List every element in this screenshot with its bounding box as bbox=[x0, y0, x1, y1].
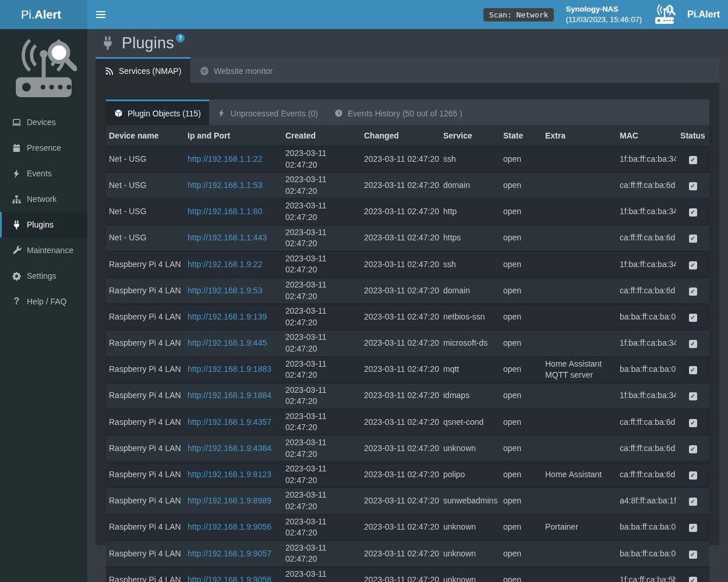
ip-port-link[interactable]: http://192.168.1.9:8123 bbox=[188, 470, 271, 479]
cell-device-name: Raspberry Pi 4 LAN bbox=[106, 435, 185, 462]
cell-ip-port: http://192.168.1.9:9057 bbox=[185, 541, 282, 567]
globe-icon bbox=[200, 66, 209, 76]
check-icon: ✓ bbox=[690, 288, 695, 296]
col-header-status[interactable]: Status bbox=[676, 125, 709, 146]
ip-port-link[interactable]: http://192.168.1.1:443 bbox=[188, 233, 267, 242]
status-checkbox[interactable]: ✓ bbox=[689, 314, 697, 322]
status-checkbox[interactable]: ✓ bbox=[689, 577, 697, 582]
ip-port-link[interactable]: http://192.168.1.9:9057 bbox=[188, 549, 271, 558]
status-checkbox[interactable]: ✓ bbox=[689, 498, 697, 506]
status-checkbox[interactable]: ✓ bbox=[689, 288, 697, 296]
cell-device-name: Raspberry Pi 4 LAN bbox=[106, 383, 185, 409]
status-checkbox[interactable]: ✓ bbox=[689, 445, 697, 453]
cell-ip-port: http://192.168.1.1:80 bbox=[185, 198, 282, 225]
cell-created: 2023-03-11 02:47:20 bbox=[282, 225, 361, 251]
cell-status: ✓ bbox=[676, 514, 709, 541]
sidebar-item-help[interactable]: ?Help / FAQ bbox=[0, 289, 87, 314]
ip-port-link[interactable]: http://192.168.1.9:1883 bbox=[188, 364, 271, 374]
col-header-device[interactable]: Device name bbox=[106, 125, 185, 146]
status-checkbox[interactable]: ✓ bbox=[689, 261, 697, 269]
status-checkbox[interactable]: ✓ bbox=[689, 392, 697, 400]
ip-port-link[interactable]: http://192.168.1.9:4384 bbox=[188, 443, 271, 453]
status-checkbox[interactable]: ✓ bbox=[689, 471, 697, 480]
col-header-mac[interactable]: MAC bbox=[617, 125, 676, 146]
app-logo[interactable]: Pi.Alert bbox=[0, 0, 87, 29]
plugin-objects-table: Device name Ip and Port Created Changed … bbox=[106, 125, 709, 582]
status-checkbox[interactable]: ✓ bbox=[689, 366, 697, 374]
pialert-router-icon bbox=[653, 3, 676, 26]
gear-icon bbox=[12, 271, 22, 281]
sidebar-item-settings[interactable]: Settings bbox=[0, 263, 87, 289]
cell-state: open bbox=[500, 304, 542, 330]
tab-website-monitor[interactable]: Website monitor bbox=[190, 57, 282, 83]
col-header-service[interactable]: Service bbox=[440, 125, 500, 146]
cell-status: ✓ bbox=[676, 567, 709, 582]
plugin-table-body: Net - USG http://192.168.1.1:22 2023-03-… bbox=[106, 146, 709, 582]
status-checkbox[interactable]: ✓ bbox=[689, 340, 697, 348]
cell-state: open bbox=[500, 514, 542, 541]
cell-ip-port: http://192.168.1.9:53 bbox=[185, 278, 282, 304]
scan-status-badge: Scan: Network bbox=[483, 8, 554, 22]
ip-port-link[interactable]: http://192.168.1.9:9058 bbox=[188, 575, 271, 582]
sidebar-item-plugins[interactable]: Plugins bbox=[0, 212, 87, 237]
ip-port-link[interactable]: http://192.168.1.9:22 bbox=[188, 260, 262, 269]
cell-service: unknown bbox=[440, 435, 500, 462]
cell-extra bbox=[542, 541, 617, 567]
question-icon: ? bbox=[12, 297, 22, 307]
sidebar-item-events[interactable]: Events bbox=[0, 161, 87, 186]
status-checkbox[interactable]: ✓ bbox=[689, 524, 697, 532]
cell-mac: a4:8f:ff:aa:ba:1f bbox=[617, 488, 676, 514]
help-badge[interactable]: ? bbox=[176, 34, 185, 42]
ip-port-link[interactable]: http://192.168.1.9:4357 bbox=[188, 417, 271, 427]
cell-device-name: Raspberry Pi 4 LAN bbox=[106, 462, 185, 488]
cell-changed: 2023-03-11 02:47:20 bbox=[361, 462, 440, 488]
status-checkbox[interactable]: ✓ bbox=[689, 182, 697, 190]
cell-ip-port: http://192.168.1.9:1884 bbox=[185, 383, 282, 409]
tab-unprocessed-events[interactable]: Unprocessed Events (0) bbox=[209, 100, 326, 125]
ip-port-link[interactable]: http://192.168.1.9:9056 bbox=[188, 522, 271, 531]
col-header-changed[interactable]: Changed bbox=[361, 125, 440, 146]
ip-port-link[interactable]: http://192.168.1.9:445 bbox=[188, 338, 267, 347]
table-row: Raspberry Pi 4 LAN http://192.168.1.9:18… bbox=[106, 357, 709, 383]
check-icon: ✓ bbox=[690, 471, 695, 480]
cell-state: open bbox=[500, 251, 542, 278]
cell-created: 2023-03-11 02:47:20 bbox=[282, 198, 361, 225]
ip-port-link[interactable]: http://192.168.1.1:80 bbox=[188, 207, 262, 216]
sitemap-icon bbox=[12, 194, 22, 204]
cell-created: 2023-03-11 02:47:20 bbox=[282, 146, 361, 172]
cell-state: open bbox=[500, 146, 542, 172]
tab-plugin-objects[interactable]: Plugin Objects (115) bbox=[106, 100, 209, 125]
tab-services-nmap[interactable]: Services (NMAP) bbox=[96, 57, 190, 83]
sidebar-item-devices[interactable]: Devices bbox=[0, 109, 87, 135]
sidebar-item-network[interactable]: Network bbox=[0, 186, 87, 212]
status-checkbox[interactable]: ✓ bbox=[689, 156, 697, 164]
status-checkbox[interactable]: ✓ bbox=[689, 551, 697, 559]
ip-port-link[interactable]: http://192.168.1.9:1884 bbox=[188, 391, 271, 400]
col-header-created[interactable]: Created bbox=[282, 125, 361, 146]
sidebar-item-presence[interactable]: Presence bbox=[0, 135, 87, 161]
status-checkbox[interactable]: ✓ bbox=[689, 419, 697, 427]
ip-port-link[interactable]: http://192.168.1.9:139 bbox=[188, 312, 267, 321]
host-name: Synology-NAS bbox=[566, 5, 618, 13]
cell-extra bbox=[542, 488, 617, 514]
col-header-state[interactable]: State bbox=[500, 125, 542, 146]
ip-port-link[interactable]: http://192.168.1.1:22 bbox=[188, 154, 262, 164]
cell-device-name: Raspberry Pi 4 LAN bbox=[106, 514, 185, 541]
cell-status: ✓ bbox=[676, 225, 709, 251]
cell-mac: 1f:ca:ff:ca:ba:5b bbox=[617, 567, 676, 582]
table-row: Raspberry Pi 4 LAN http://192.168.1.9:22… bbox=[106, 251, 709, 278]
sidebar-item-maintenance[interactable]: Maintenance bbox=[0, 237, 87, 263]
status-checkbox[interactable]: ✓ bbox=[689, 235, 697, 243]
table-row: Raspberry Pi 4 LAN http://192.168.1.9:43… bbox=[106, 435, 709, 462]
col-header-ip-port[interactable]: Ip and Port bbox=[185, 125, 282, 146]
cell-extra bbox=[542, 409, 617, 435]
col-header-extra[interactable]: Extra bbox=[542, 125, 617, 146]
ip-port-link[interactable]: http://192.168.1.9:53 bbox=[188, 286, 262, 295]
sidebar-toggle-button[interactable] bbox=[87, 0, 114, 29]
tab-events-history[interactable]: Events History (50 out of 1265 ) bbox=[326, 100, 471, 125]
status-checkbox[interactable]: ✓ bbox=[689, 208, 697, 217]
ip-port-link[interactable]: http://192.168.1.9:8989 bbox=[188, 496, 271, 505]
ip-port-link[interactable]: http://192.168.1.1:53 bbox=[188, 180, 262, 190]
cell-device-name: Raspberry Pi 4 LAN bbox=[106, 251, 185, 278]
cell-extra: Home Assistant MQTT server bbox=[542, 357, 617, 383]
